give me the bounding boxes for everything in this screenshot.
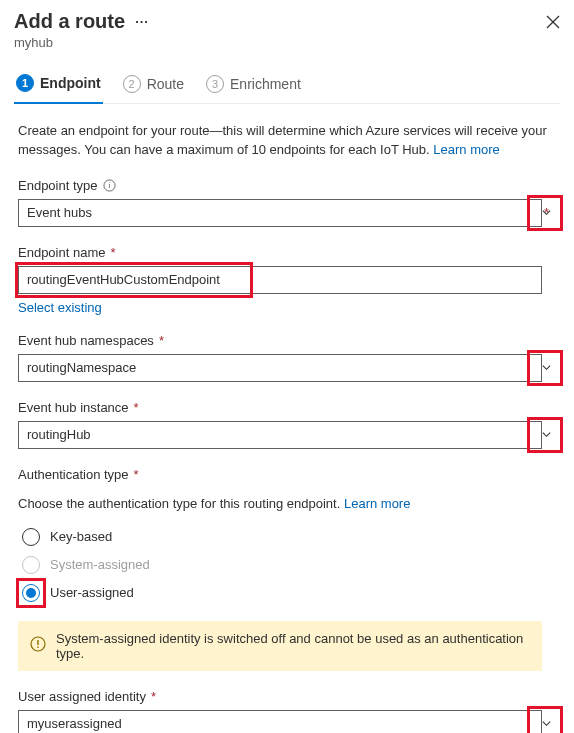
instance-label: Event hub instance * bbox=[18, 400, 560, 415]
tab-label: Endpoint bbox=[40, 75, 101, 91]
info-banner: System-assigned identity is switched off… bbox=[18, 621, 542, 671]
select-value: myuserassigned bbox=[27, 716, 122, 731]
tab-label: Route bbox=[147, 76, 184, 92]
select-value: routingNamespace bbox=[27, 360, 136, 375]
more-icon[interactable]: ··· bbox=[135, 14, 149, 29]
endpoint-type-select[interactable]: Event hubs bbox=[18, 199, 542, 227]
step-number: 2 bbox=[123, 75, 141, 93]
tab-enrichment[interactable]: 3 Enrichment bbox=[204, 68, 303, 103]
svg-text:i: i bbox=[108, 181, 111, 190]
required-indicator: * bbox=[134, 467, 139, 482]
label-text: Event hub instance bbox=[18, 400, 129, 415]
chevron-down-icon[interactable] bbox=[532, 710, 560, 733]
svg-rect-5 bbox=[37, 640, 38, 645]
auth-description: Choose the authentication type for this … bbox=[18, 496, 560, 511]
close-icon[interactable] bbox=[546, 15, 560, 29]
chevron-down-icon[interactable] bbox=[532, 354, 560, 382]
radio-label: Key-based bbox=[50, 529, 112, 544]
step-number: 1 bbox=[16, 74, 34, 92]
banner-text: System-assigned identity is switched off… bbox=[56, 631, 530, 661]
hub-name: myhub bbox=[14, 35, 560, 50]
step-number: 3 bbox=[206, 75, 224, 93]
intro-text: Create an endpoint for your route—this w… bbox=[18, 122, 560, 160]
select-value: Event hubs bbox=[27, 205, 92, 220]
input-value: routingEventHubCustomEndpoint bbox=[27, 272, 220, 287]
label-text: Endpoint type bbox=[18, 178, 98, 193]
radio-system-assigned: System-assigned bbox=[22, 551, 560, 579]
tab-route[interactable]: 2 Route bbox=[121, 68, 186, 103]
required-indicator: * bbox=[151, 689, 156, 704]
endpoint-name-label: Endpoint name * bbox=[18, 245, 560, 260]
namespaces-select[interactable]: routingNamespace bbox=[18, 354, 542, 382]
info-icon[interactable]: i bbox=[103, 179, 116, 192]
learn-more-link[interactable]: Learn more bbox=[433, 142, 499, 157]
label-text: Endpoint name bbox=[18, 245, 105, 260]
page-title: Add a route bbox=[14, 10, 125, 33]
instance-select[interactable]: routingHub bbox=[18, 421, 542, 449]
wizard-tabs: 1 Endpoint 2 Route 3 Enrichment bbox=[14, 68, 560, 104]
label-text: User assigned identity bbox=[18, 689, 146, 704]
tab-label: Enrichment bbox=[230, 76, 301, 92]
radio-user-assigned[interactable]: User-assigned bbox=[22, 579, 560, 607]
required-indicator: * bbox=[159, 333, 164, 348]
auth-type-label: Authentication type * bbox=[18, 467, 560, 482]
label-text: Authentication type bbox=[18, 467, 129, 482]
radio-icon bbox=[22, 528, 40, 546]
radio-icon bbox=[22, 556, 40, 574]
chevron-down-icon[interactable] bbox=[532, 421, 560, 449]
user-identity-select[interactable]: myuserassigned bbox=[18, 710, 542, 733]
select-value: routingHub bbox=[27, 427, 91, 442]
warning-icon bbox=[30, 636, 46, 655]
chevron-down-icon[interactable] bbox=[532, 199, 560, 227]
label-text: Event hub namespaces bbox=[18, 333, 154, 348]
endpoint-type-label: Endpoint type i bbox=[18, 178, 560, 193]
radio-label: User-assigned bbox=[50, 585, 134, 600]
radio-icon bbox=[22, 584, 40, 602]
user-identity-label: User assigned identity * bbox=[18, 689, 560, 704]
svg-rect-6 bbox=[37, 647, 38, 648]
select-existing-link[interactable]: Select existing bbox=[18, 300, 102, 315]
radio-label: System-assigned bbox=[50, 557, 150, 572]
radio-key-based[interactable]: Key-based bbox=[22, 523, 560, 551]
required-indicator: * bbox=[110, 245, 115, 260]
required-indicator: * bbox=[134, 400, 139, 415]
tab-endpoint[interactable]: 1 Endpoint bbox=[14, 68, 103, 104]
namespaces-label: Event hub namespaces * bbox=[18, 333, 560, 348]
learn-more-link[interactable]: Learn more bbox=[344, 496, 410, 511]
endpoint-name-input[interactable]: routingEventHubCustomEndpoint bbox=[18, 266, 542, 294]
desc-text: Choose the authentication type for this … bbox=[18, 496, 344, 511]
